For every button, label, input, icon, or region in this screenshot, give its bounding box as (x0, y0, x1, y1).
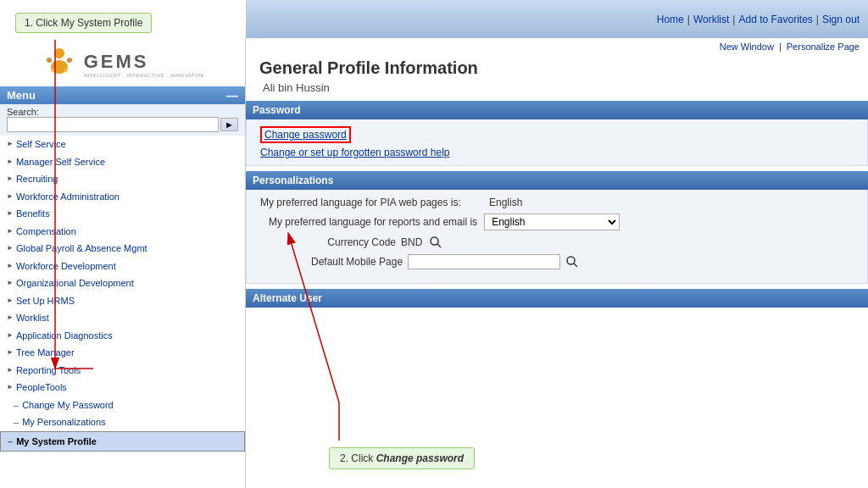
default-mobile-input[interactable] (408, 254, 560, 269)
worklist-link[interactable]: Worklist (693, 14, 729, 25)
menu-item-workforce-dev[interactable]: ► Workforce Development (0, 258, 245, 275)
menu-item-label: Organizational Development (16, 276, 134, 291)
annotation1-text: 1. Click My System Profile (25, 17, 142, 29)
gems-logo-area: GEMS INTELLIGENT · INTERACTIVE · INNOVAT… (0, 38, 245, 86)
password-section-header: Password (246, 101, 868, 119)
menu-item-worklist[interactable]: ► Worklist (0, 309, 245, 327)
default-mobile-label: Default Mobile Page (311, 256, 403, 268)
menu-item-label: Worklist (16, 311, 49, 325)
triangle-icon: ► (7, 313, 14, 323)
search-label: Search: (7, 107, 238, 117)
user-name: Ali bin Hussin (246, 81, 868, 101)
page-title: General Profile Information (246, 55, 868, 81)
personalizations-section-content: My preferred language for PIA web pages … (246, 190, 868, 284)
home-link[interactable]: Home (657, 14, 684, 25)
language-pia-label: My preferred language for PIA web pages … (260, 197, 481, 208)
menu-items-list: ► Self Service ► Manager Self Service ► … (0, 136, 245, 488)
triangle-icon: ► (7, 261, 14, 271)
mobile-lookup-button[interactable] (565, 255, 579, 269)
svg-point-10 (64, 69, 68, 73)
search-input[interactable] (7, 117, 219, 132)
menu-item-global-payroll[interactable]: ► Global Payroll & Absence Mgmt (0, 240, 245, 258)
menu-item-label: Set Up HRMS (16, 294, 75, 308)
menu-item-change-password[interactable]: – Change My Password (0, 396, 245, 414)
menu-item-label: Workforce Development (16, 259, 116, 274)
menu-item-recruiting[interactable]: ► Recruiting (0, 170, 245, 188)
search-row: ► (7, 117, 238, 136)
menu-item-setup-hrms[interactable]: ► Set Up HRMS (0, 292, 245, 310)
triangle-icon: ► (7, 174, 14, 184)
gems-logo-icon (41, 45, 79, 83)
change-password-link[interactable]: Change password (260, 126, 351, 143)
menu-item-my-personalizations[interactable]: – My Personalizations (0, 413, 245, 431)
triangle-icon: ► (7, 226, 14, 236)
menu-item-peopletools[interactable]: ► PeopleTools (0, 379, 245, 396)
menu-item-label: Self Service (16, 137, 66, 152)
language-reports-label: My preferred language for reports and em… (269, 216, 477, 228)
menu-item-self-service[interactable]: ► Self Service (0, 136, 245, 153)
menu-item-manager-self-service[interactable]: ► Manager Self Service (0, 153, 245, 171)
dash-icon: – (14, 398, 19, 413)
gems-tagline: INTELLIGENT · INTERACTIVE · INNOVATIVE (84, 73, 205, 78)
svg-line-12 (437, 244, 441, 247)
svg-point-11 (431, 237, 438, 245)
sign-out-link[interactable]: Sign out (822, 14, 860, 25)
triangle-icon: ► (7, 191, 14, 202)
search-button[interactable]: ► (220, 118, 238, 131)
menu-item-label: Recruiting (16, 172, 58, 186)
triangle-icon: ► (7, 382, 14, 392)
triangle-icon: ► (7, 157, 14, 167)
currency-lookup-button[interactable] (429, 236, 442, 249)
menu-item-org-dev[interactable]: ► Organizational Development (0, 274, 245, 292)
menu-item-app-diagnostics[interactable]: ► Application Diagnostics (0, 327, 245, 345)
menu-item-label: Global Payroll & Absence Mgmt (16, 241, 147, 256)
add-to-favorites-link[interactable]: Add to Favorites (738, 14, 812, 25)
svg-point-5 (54, 48, 64, 58)
menu-item-label: My System Profile (16, 435, 97, 449)
lookup-icon (429, 236, 442, 249)
menu-item-label: Application Diagnostics (16, 329, 113, 343)
lookup-icon (565, 255, 579, 269)
svg-line-14 (574, 263, 577, 267)
menu-item-reporting-tools[interactable]: ► Reporting Tools (0, 362, 245, 380)
menu-item-my-system-profile[interactable]: – My System Profile (0, 431, 245, 452)
personalizations-section-header: Personalizations (246, 171, 868, 190)
alternate-user-section-header: Alternate User (246, 289, 868, 308)
default-mobile-row: Default Mobile Page (260, 254, 854, 269)
language-reports-row: My preferred language for reports and em… (260, 214, 854, 230)
annotation1: 1. Click My System Profile (15, 13, 152, 33)
annotation2-text: 2. Click Change password (340, 452, 464, 464)
menu-item-compensation[interactable]: ► Compensation (0, 223, 245, 241)
menu-item-label: PeopleTools (16, 380, 67, 395)
forgotten-password-link[interactable]: Change or set up forgotten password help (260, 147, 449, 158)
triangle-icon: ► (7, 278, 14, 288)
menu-item-label: Tree Manager (16, 346, 75, 360)
svg-point-9 (50, 69, 54, 73)
search-area: Search: ► (0, 104, 245, 136)
menu-header: Menu — (0, 86, 245, 104)
menu-item-label: My Personalizations (22, 415, 105, 430)
sidebar: GEMS INTELLIGENT · INTERACTIVE · INNOVAT… (0, 38, 246, 488)
currency-row: Currency Code BND (260, 236, 854, 249)
dash-icon: – (14, 415, 19, 430)
language-pia-value: English (489, 197, 522, 208)
gems-wordmark: GEMS (84, 51, 205, 73)
header-navigation: Home | Worklist | Add to Favorites | Sig… (657, 14, 860, 25)
menu-title: Menu (7, 89, 36, 102)
svg-point-7 (47, 58, 52, 63)
dash-icon: – (8, 435, 13, 449)
content-header-links: New Window | Personalize Page (246, 38, 868, 55)
menu-item-label: Change My Password (22, 398, 114, 413)
language-reports-select[interactable]: English (484, 214, 620, 230)
menu-item-workforce-admin[interactable]: ► Workforce Administration (0, 188, 245, 206)
menu-item-tree-manager[interactable]: ► Tree Manager (0, 344, 245, 362)
menu-item-label: Reporting Tools (16, 363, 81, 378)
menu-item-benefits[interactable]: ► Benefits (0, 205, 245, 223)
menu-minimize-button[interactable]: — (226, 90, 238, 102)
personalize-page-link[interactable]: Personalize Page (787, 42, 860, 52)
triangle-icon: ► (7, 296, 14, 306)
triangle-icon: ► (7, 365, 14, 375)
currency-label: Currency Code (311, 236, 396, 248)
menu-item-label: Manager Self Service (16, 155, 105, 169)
new-window-link[interactable]: New Window (720, 42, 774, 52)
